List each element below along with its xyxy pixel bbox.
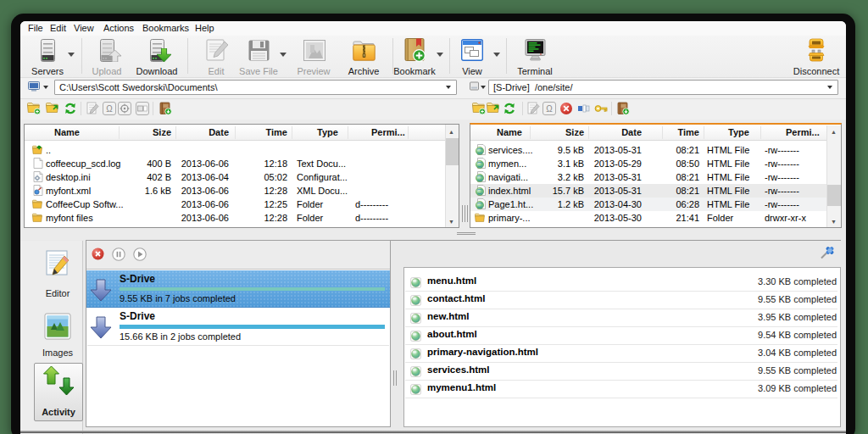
svg-text:Ω: Ω	[106, 104, 113, 114]
svg-text:Ω: Ω	[546, 104, 553, 114]
